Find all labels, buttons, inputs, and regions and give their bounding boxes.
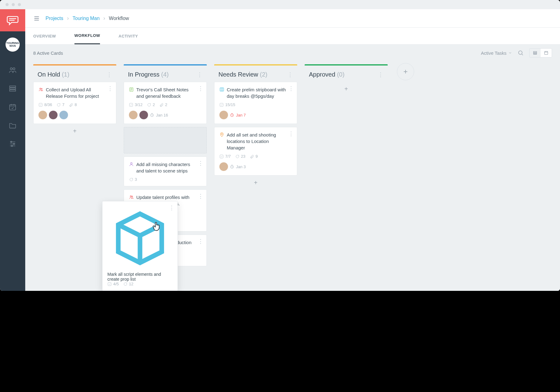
svg-point-20: [130, 163, 132, 164]
column-title: Needs Review (2): [218, 71, 267, 78]
chevron-right-icon: ›: [103, 15, 105, 22]
window-chrome: [0, 0, 560, 9]
board-icon: [219, 87, 224, 92]
avatar: [129, 111, 138, 119]
breadcrumb-project[interactable]: Touring Man: [73, 16, 100, 21]
card-comments: 12: [123, 282, 133, 286]
people-icon: [129, 195, 134, 200]
card-due-date: Jan 3: [230, 164, 246, 169]
column-title: In Progress (4): [128, 71, 169, 78]
svg-rect-31: [108, 282, 111, 286]
avatar: [219, 162, 228, 171]
card-menu[interactable]: ⋮: [169, 205, 174, 211]
card-avatars: Jan 7: [219, 111, 292, 119]
svg-rect-18: [130, 103, 133, 106]
add-card-button[interactable]: +: [305, 84, 388, 94]
card-menu[interactable]: ⋮: [107, 86, 113, 91]
card-avatars: Jan 16: [129, 111, 202, 119]
card-comments: 23: [235, 154, 245, 159]
tab-overview[interactable]: OVERVIEW: [33, 28, 56, 44]
add-card-button[interactable]: +: [33, 126, 116, 136]
filter-label: Active Tasks: [481, 50, 506, 56]
nav-stack[interactable]: [0, 79, 25, 98]
card-comments: 2: [147, 102, 155, 107]
card-attachments: 2: [159, 102, 167, 107]
avatar: [49, 111, 58, 119]
column-approved: Approved (0)⋮+: [305, 64, 388, 94]
column-menu[interactable]: ⋮: [106, 72, 112, 77]
sheet-icon: [129, 87, 134, 92]
card-menu[interactable]: ⋮: [198, 193, 203, 199]
tab-workflow[interactable]: WORKFLOW: [74, 28, 100, 44]
nav-calendar[interactable]: [0, 98, 25, 116]
card-comments: 7: [56, 102, 64, 107]
view-toggle: [529, 48, 552, 57]
view-calendar[interactable]: [541, 49, 552, 57]
main: Projects › Touring Man › Workflow OVERVI…: [25, 9, 560, 291]
card-menu[interactable]: ⋮: [198, 239, 203, 244]
card-menu[interactable]: ⋮: [288, 131, 294, 137]
card-checks: 7/7: [219, 154, 231, 159]
svg-rect-10: [534, 51, 537, 52]
card-title: Mark all script elements and create prop…: [107, 272, 173, 282]
column-header: Needs Review (2)⋮: [214, 65, 297, 82]
svg-rect-29: [220, 155, 223, 158]
card-menu[interactable]: ⋮: [198, 160, 203, 166]
card-due-date: Jan 16: [150, 113, 168, 117]
column-header: In Progress (4)⋮: [124, 65, 207, 82]
kanban-board: On Hold (1)⋮⋮Collect and Upload All Rele…: [25, 61, 560, 291]
card-checks: 3/12: [129, 102, 142, 107]
card[interactable]: ⋮Add all set and shooting locations to L…: [214, 127, 297, 176]
tab-activity[interactable]: ACTIVITY: [118, 28, 138, 44]
traffic-dot: [6, 3, 9, 6]
svg-rect-13: [545, 51, 548, 54]
svg-rect-25: [220, 88, 224, 91]
calendar-check-icon: [9, 103, 17, 111]
svg-rect-4: [10, 90, 16, 91]
speech-bubble-icon: [6, 14, 19, 27]
column-review: Needs Review (2)⋮⋮Create prelim stripboa…: [214, 64, 297, 188]
column-menu[interactable]: ⋮: [197, 72, 202, 77]
card-title: Add all set and shooting locations to Lo…: [227, 132, 292, 151]
nav-folder[interactable]: [0, 116, 25, 135]
project-avatar[interactable]: TOURING MAN: [6, 38, 20, 52]
svg-rect-5: [10, 105, 16, 110]
card[interactable]: ⋮Collect and Upload All Release Forms fo…: [33, 82, 116, 124]
card-checks: 8/36: [38, 102, 52, 107]
card-avatars: [38, 111, 111, 119]
column-title: On Hold (1): [38, 71, 69, 78]
nav-sliders[interactable]: [0, 135, 25, 153]
svg-rect-16: [39, 103, 42, 106]
list-icon: [533, 50, 538, 55]
dragging-card[interactable]: ⋮ Mark all script elements and create pr…: [102, 201, 178, 291]
search-button[interactable]: [518, 50, 524, 56]
card[interactable]: ⋮Trevor's Call Sheet Notes and general f…: [124, 82, 207, 124]
card-comments: 3: [129, 177, 137, 182]
add-card-button[interactable]: +: [214, 177, 297, 188]
card-checks: 15/15: [219, 102, 235, 107]
column-menu[interactable]: ⋮: [287, 72, 293, 77]
svg-point-9: [518, 51, 522, 54]
column-header: Approved (0)⋮: [305, 65, 388, 82]
breadcrumb-projects[interactable]: Projects: [46, 16, 63, 21]
card-attachments: 9: [250, 154, 258, 159]
brand-logo[interactable]: [0, 9, 25, 31]
svg-point-28: [221, 133, 222, 134]
chevron-right-icon: ›: [67, 15, 69, 22]
stack-icon: [9, 85, 17, 93]
traffic-dot: [12, 3, 15, 6]
svg-rect-26: [220, 103, 223, 106]
nav-people[interactable]: [0, 61, 25, 79]
card-menu[interactable]: ⋮: [288, 86, 294, 91]
card-menu[interactable]: ⋮: [198, 86, 203, 91]
add-column-button[interactable]: +: [397, 63, 414, 80]
card-avatars: Jan 3: [219, 162, 292, 171]
card[interactable]: ⋮Add all missing characters and talent t…: [124, 156, 207, 186]
sliders-icon: [9, 140, 17, 148]
svg-point-1: [13, 68, 15, 70]
view-board[interactable]: [530, 49, 541, 57]
filter-dropdown[interactable]: Active Tasks: [481, 50, 512, 56]
card[interactable]: ⋮Create prelim stripboard with day break…: [214, 82, 297, 124]
menu-toggle[interactable]: [33, 15, 40, 22]
column-menu[interactable]: ⋮: [378, 72, 383, 77]
